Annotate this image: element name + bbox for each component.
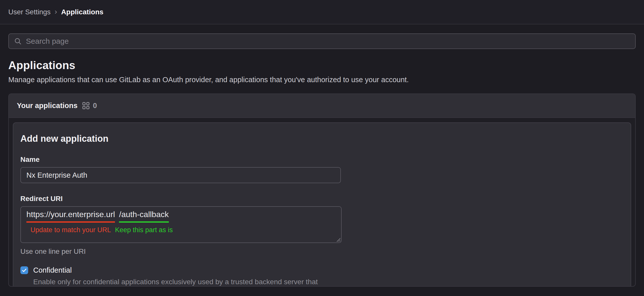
applications-grid-icon xyxy=(82,102,90,110)
redirect-uri-red-segment: https://your.enterprise.url Update to ma… xyxy=(26,210,115,234)
redirect-uri-help: Use one line per URI xyxy=(20,248,624,256)
your-applications-header: Your applications 0 xyxy=(9,94,635,118)
redirect-uri-textarea[interactable]: https://your.enterprise.url Update to ma… xyxy=(20,206,342,243)
name-label: Name xyxy=(20,156,624,164)
breadcrumb-applications: Applications xyxy=(61,8,103,16)
redirect-uri-green-text: /auth-callback xyxy=(119,210,169,223)
annotation-keep-part: Keep this part as is xyxy=(115,226,173,234)
annotation-update-url: Update to match your URL xyxy=(30,226,111,234)
your-applications-title: Your applications xyxy=(17,102,77,110)
confidential-help-line: Enable only for confidential application… xyxy=(33,277,624,287)
confidential-label[interactable]: Confidential xyxy=(33,266,72,274)
redirect-uri-red-text: https://your.enterprise.url xyxy=(26,210,115,223)
your-applications-section: Your applications 0 Add new application … xyxy=(8,93,636,287)
search-icon xyxy=(14,37,22,45)
confidential-help: Enable only for confidential application… xyxy=(33,277,624,287)
confidential-checkbox[interactable] xyxy=(20,266,28,274)
breadcrumb: User Settings › Applications xyxy=(8,8,103,16)
breadcrumb-separator-icon: › xyxy=(55,8,57,15)
applications-count-value: 0 xyxy=(93,102,97,110)
add-application-title: Add new application xyxy=(20,133,624,144)
redirect-uri-green-segment: /auth-callback Keep this part as is xyxy=(115,210,173,234)
redirect-uri-label: Redirect URI xyxy=(20,195,624,203)
application-name-input[interactable] xyxy=(20,167,341,183)
breadcrumb-user-settings[interactable]: User Settings xyxy=(8,8,51,16)
checkmark-icon xyxy=(22,268,27,273)
confidential-row: Confidential xyxy=(20,266,624,274)
page-content: Applications Manage applications that ca… xyxy=(0,33,644,287)
page-description: Manage applications that can use GitLab … xyxy=(8,76,636,84)
textarea-resize-handle-icon[interactable] xyxy=(336,238,340,242)
redirect-uri-value: https://your.enterprise.url Update to ma… xyxy=(26,210,336,234)
search-box[interactable] xyxy=(8,33,636,49)
page-title: Applications xyxy=(8,59,636,72)
applications-count: 0 xyxy=(82,102,97,110)
top-bar: User Settings › Applications xyxy=(0,0,644,24)
search-input[interactable] xyxy=(26,34,630,48)
your-applications-body: Add new application Name Redirect URI ht… xyxy=(9,118,635,287)
add-application-card: Add new application Name Redirect URI ht… xyxy=(13,122,631,287)
